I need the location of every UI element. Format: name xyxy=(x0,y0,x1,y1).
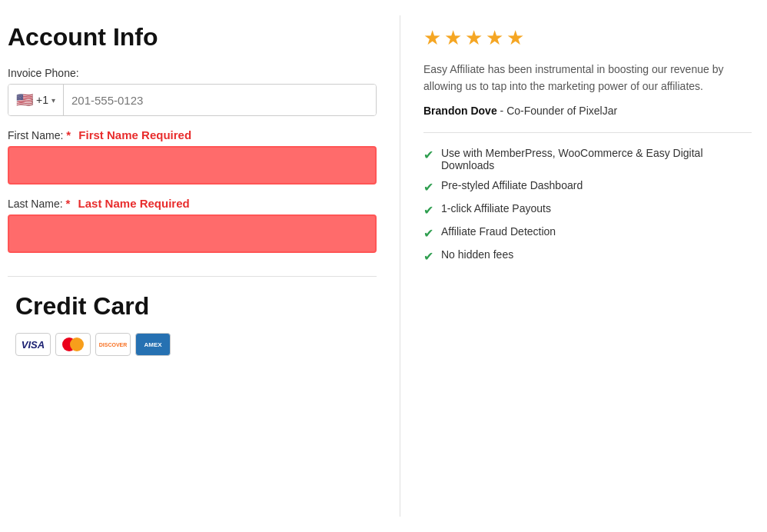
mc-orange-circle xyxy=(70,337,84,351)
testimonial-text: Easy Affiliate has been instrumental in … xyxy=(423,61,752,95)
invoice-phone-label: Invoice Phone: xyxy=(8,67,377,79)
credit-card-title: Credit Card xyxy=(15,292,377,321)
first-name-error-text: First Name Required xyxy=(78,128,191,141)
amex-icon: AMEX xyxy=(135,333,171,356)
phone-input[interactable] xyxy=(64,85,376,115)
author-name: Brandon Dove xyxy=(423,105,497,117)
visa-icon: VISA xyxy=(15,333,51,356)
discover-icon: DISCOVER xyxy=(95,333,131,356)
mastercard-icon xyxy=(55,333,91,356)
features-list: ✔ Use with MemberPress, WooCommerce & Ea… xyxy=(423,147,752,264)
last-name-asterisk: * xyxy=(66,197,71,210)
check-icon-1: ✔ xyxy=(423,148,433,162)
phone-country-code: +1 xyxy=(36,94,48,106)
feature-item-4: ✔ Affiliate Fraud Detection xyxy=(423,225,752,241)
star-5: ★ xyxy=(506,26,524,50)
check-icon-4: ✔ xyxy=(423,226,433,241)
star-3: ★ xyxy=(465,26,483,50)
feature-item-2: ✔ Pre-styled Affiliate Dashboard xyxy=(423,179,752,195)
card-icons-row: VISA DISCOVER AMEX xyxy=(15,333,377,356)
feature-item-3: ✔ 1-click Affiliate Payouts xyxy=(423,202,752,218)
feature-item-5: ✔ No hidden fees xyxy=(423,248,752,264)
left-column: Account Info Invoice Phone: 🇺🇸 +1 ▾ Firs… xyxy=(0,15,400,517)
right-column: ★ ★ ★ ★ ★ Easy Affiliate has been instru… xyxy=(400,15,767,517)
feature-text-4: Affiliate Fraud Detection xyxy=(441,225,556,238)
testimonial-author: Brandon Dove - Co-Founder of PixelJar xyxy=(423,105,752,117)
phone-field-wrapper: 🇺🇸 +1 ▾ xyxy=(8,84,377,116)
check-icon-3: ✔ xyxy=(423,203,433,218)
last-name-error-text: Last Name Required xyxy=(78,197,190,210)
last-name-required-error: * Last Name Required xyxy=(66,197,190,210)
stars-row: ★ ★ ★ ★ ★ xyxy=(423,26,752,50)
first-name-field-group: First Name: * First Name Required xyxy=(8,128,377,185)
feature-text-1: Use with MemberPress, WooCommerce & Easy… xyxy=(441,147,752,171)
star-1: ★ xyxy=(423,26,441,50)
check-icon-2: ✔ xyxy=(423,180,433,195)
last-name-input[interactable] xyxy=(8,214,377,253)
feature-text-3: 1-click Affiliate Payouts xyxy=(441,202,551,214)
author-role: - Co-Founder of PixelJar xyxy=(500,105,618,117)
first-name-label: First Name: xyxy=(8,129,63,141)
first-name-input[interactable] xyxy=(8,146,377,185)
flag-icon: 🇺🇸 xyxy=(16,91,33,108)
first-name-asterisk: * xyxy=(66,128,71,141)
phone-country-selector[interactable]: 🇺🇸 +1 ▾ xyxy=(8,85,64,115)
first-name-required-error: * First Name Required xyxy=(66,128,191,141)
feature-item-1: ✔ Use with MemberPress, WooCommerce & Ea… xyxy=(423,147,752,171)
feature-text-5: No hidden fees xyxy=(441,248,513,261)
account-info-title: Account Info xyxy=(8,23,377,52)
chevron-down-icon: ▾ xyxy=(51,96,55,105)
check-icon-5: ✔ xyxy=(423,249,433,264)
last-name-field-group: Last Name: * Last Name Required xyxy=(8,197,377,253)
star-4: ★ xyxy=(486,26,503,50)
feature-text-2: Pre-styled Affiliate Dashboard xyxy=(441,179,583,191)
credit-card-section: Credit Card VISA DISCOVER AMEX xyxy=(8,277,377,364)
star-2: ★ xyxy=(444,26,462,50)
last-name-label: Last Name: xyxy=(8,198,63,210)
right-divider xyxy=(423,132,752,133)
